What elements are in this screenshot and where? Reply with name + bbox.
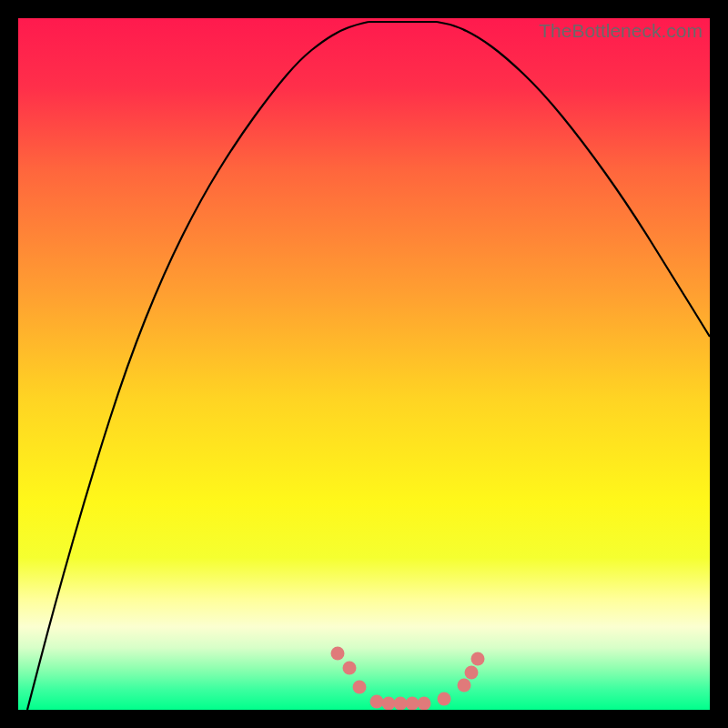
marker-dot bbox=[343, 662, 357, 675]
marker-dot bbox=[406, 697, 420, 711]
marker-dot bbox=[418, 697, 431, 711]
marker-dot bbox=[331, 647, 345, 661]
marker-dot bbox=[370, 695, 384, 709]
plot-frame: TheBottleneck.com bbox=[18, 18, 710, 710]
curve-layer bbox=[18, 18, 710, 710]
marker-dot bbox=[438, 693, 451, 706]
marker-dot bbox=[394, 697, 408, 711]
marker-dot bbox=[471, 652, 485, 666]
marker-dot bbox=[353, 681, 367, 694]
right-curve-line bbox=[437, 22, 710, 337]
marker-group bbox=[331, 647, 485, 711]
marker-dot bbox=[458, 679, 471, 693]
left-curve-line bbox=[27, 22, 369, 710]
marker-dot bbox=[382, 697, 396, 711]
marker-dot bbox=[465, 666, 479, 680]
